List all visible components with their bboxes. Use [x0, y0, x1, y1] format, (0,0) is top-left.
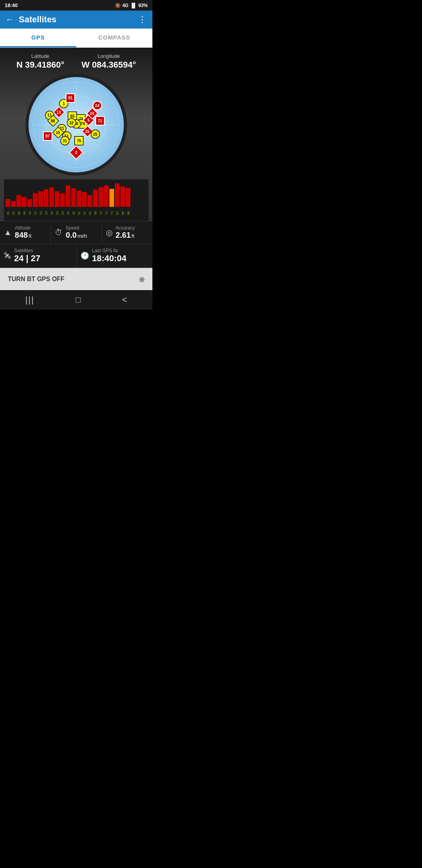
speed-unit: mi/h	[77, 233, 87, 239]
speed-label: Speed	[66, 225, 97, 231]
battery-percent: 93%	[138, 3, 148, 8]
page-title: Satellites	[19, 14, 133, 25]
bar-item	[16, 195, 21, 207]
longitude-value: W 084.36594°	[81, 60, 136, 70]
bar	[77, 190, 81, 207]
bar	[44, 189, 48, 207]
last-fix-block: 🕐 Last GPS fix 18:40:04	[77, 244, 153, 267]
bar	[22, 197, 27, 207]
sat-ids-row: 0102080910121315202424252531325156727274…	[4, 207, 148, 221]
battery-icon: ▐▌	[130, 3, 137, 8]
menu-button[interactable]: ⋮	[138, 14, 147, 25]
bar	[11, 201, 16, 207]
gps-fix-icon: 🕐	[80, 251, 89, 260]
altitude-value: 848	[15, 231, 28, 240]
bar	[98, 187, 103, 207]
bar-item	[93, 190, 98, 207]
bar	[71, 188, 76, 207]
longitude-block: Longitude W 084.36594°	[81, 53, 136, 70]
satellites-icon: 🛰	[4, 252, 11, 260]
bt-gps-label[interactable]: TURN BT GPS OFF	[8, 276, 64, 283]
bar-item	[77, 190, 81, 207]
toolbar: ← Satellites ⋮	[0, 11, 152, 29]
accuracy-value: 2.61	[116, 231, 131, 240]
tab-compass[interactable]: COMPASS	[76, 29, 152, 47]
stats-row-2: 🛰 Satellites 24 | 27 🕐 Last GPS fix 18:4…	[0, 244, 152, 268]
nav-bar: ||| □ <	[0, 290, 152, 310]
bar-item	[60, 193, 65, 207]
sat-id-label: 88	[123, 211, 134, 215]
bar	[33, 193, 38, 207]
last-fix-value: 18:40:04	[92, 253, 149, 264]
bar-item	[38, 191, 43, 207]
altitude-label: Altitude	[15, 225, 47, 231]
last-fix-label: Last GPS fix	[92, 248, 149, 253]
bar-item	[33, 193, 38, 207]
accuracy-unit: ft	[132, 233, 134, 239]
bar-item	[71, 188, 76, 207]
bar	[60, 193, 65, 207]
nav-back-button[interactable]: <	[122, 295, 127, 305]
bar	[109, 189, 114, 207]
bar-chart	[4, 179, 148, 207]
bar-item	[104, 185, 109, 207]
bar	[16, 195, 21, 207]
accuracy-block: ◎ Accuracy 2.61 ft	[102, 221, 152, 244]
altitude-icon: ▲	[4, 228, 12, 237]
back-button[interactable]: ←	[5, 14, 14, 25]
bar-item	[126, 188, 131, 207]
nav-home-button[interactable]: □	[76, 295, 81, 305]
main-content: Latitude N 39.41860° Longitude W 084.365…	[0, 48, 152, 221]
mute-icon: 🔕	[115, 3, 121, 8]
bar-item	[98, 187, 103, 207]
speed-value: 0.0	[66, 231, 77, 240]
bar	[120, 187, 125, 207]
bar-item	[109, 189, 114, 207]
bottom-bar[interactable]: TURN BT GPS OFF ⎈	[0, 268, 152, 290]
bar	[27, 199, 32, 207]
bar-item	[115, 183, 120, 207]
bar	[93, 190, 98, 207]
satellites-value: 24 | 27	[14, 253, 72, 264]
bar	[82, 192, 87, 207]
radar-container: 1 81 11 13 88	[4, 74, 148, 176]
accuracy-icon: ◎	[106, 228, 113, 237]
bar-item	[55, 191, 59, 207]
stats-section: ▲ Altitude 848 ft ⏱ Speed 0.0 mi/h ◎	[0, 221, 152, 268]
nav-menu-button[interactable]: |||	[25, 295, 34, 305]
satellites-block: 🛰 Satellites 24 | 27	[0, 244, 77, 267]
bar-item	[49, 187, 54, 207]
bar	[104, 185, 109, 207]
bar-item	[66, 185, 70, 207]
altitude-block: ▲ Altitude 848 ft	[0, 221, 51, 244]
bar-item	[5, 199, 10, 207]
stats-row-1: ▲ Altitude 848 ft ⏱ Speed 0.0 mi/h ◎	[0, 221, 152, 244]
latitude-block: Latitude N 39.41860°	[16, 53, 64, 70]
bar-item	[88, 195, 92, 207]
tab-gps[interactable]: GPS	[0, 29, 76, 47]
coords-row: Latitude N 39.41860° Longitude W 084.365…	[4, 53, 148, 70]
speed-block: ⏱ Speed 0.0 mi/h	[51, 221, 102, 244]
bar-item	[120, 187, 125, 207]
bar	[55, 191, 59, 207]
bar	[88, 195, 92, 207]
bar	[66, 185, 70, 207]
bar	[115, 183, 120, 207]
bar-item	[22, 197, 27, 207]
bar	[126, 188, 131, 207]
radar-outer: 1 81 11 13 88	[25, 74, 127, 176]
bar	[5, 199, 10, 207]
bluetooth-icon: ⎈	[139, 274, 145, 285]
satellites-label: Satellites	[14, 248, 72, 253]
latitude-label: Latitude	[16, 53, 64, 59]
bar-item	[82, 192, 87, 207]
bar-item	[27, 199, 32, 207]
tab-bar: GPS COMPASS	[0, 29, 152, 48]
signal-icon: 4G	[122, 3, 129, 8]
bar	[38, 191, 43, 207]
status-time: 18:40	[5, 2, 18, 8]
speed-icon: ⏱	[55, 228, 63, 237]
bar-item	[44, 189, 48, 207]
bar	[49, 187, 54, 207]
accuracy-label: Accuracy	[116, 225, 148, 231]
